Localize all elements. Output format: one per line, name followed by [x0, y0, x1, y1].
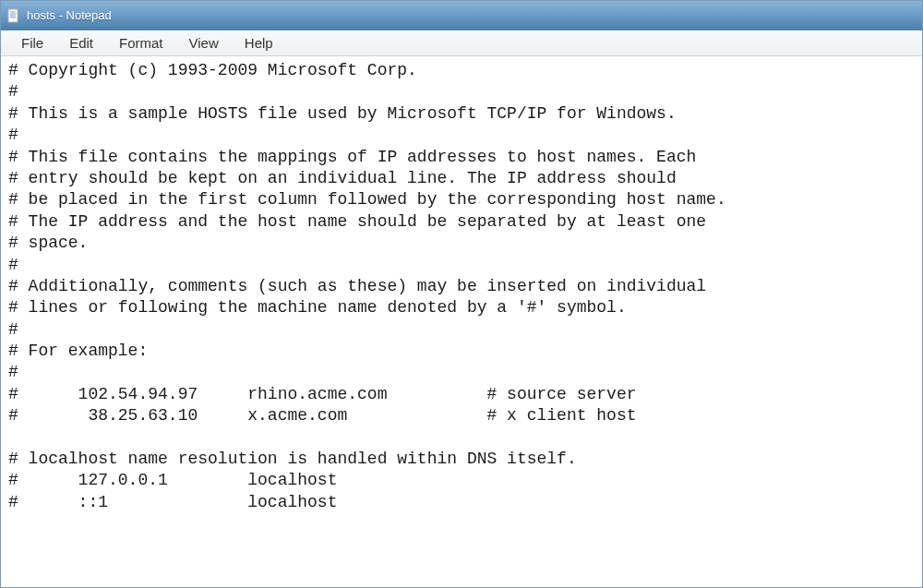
menu-help[interactable]: Help — [232, 32, 286, 54]
menu-file[interactable]: File — [8, 32, 56, 54]
menu-edit[interactable]: Edit — [56, 32, 106, 54]
editor-area[interactable]: # Copyright (c) 1993-2009 Microsoft Corp… — [1, 56, 922, 587]
menubar: File Edit Format View Help — [1, 30, 922, 56]
window-title: hosts - Notepad — [27, 8, 112, 22]
notepad-icon — [6, 8, 21, 23]
notepad-window: hosts - Notepad File Edit Format View He… — [0, 0, 923, 588]
titlebar[interactable]: hosts - Notepad — [1, 1, 922, 30]
editor-content[interactable]: # Copyright (c) 1993-2009 Microsoft Corp… — [8, 60, 915, 583]
menu-format[interactable]: Format — [106, 32, 176, 54]
menu-view[interactable]: View — [176, 32, 232, 54]
